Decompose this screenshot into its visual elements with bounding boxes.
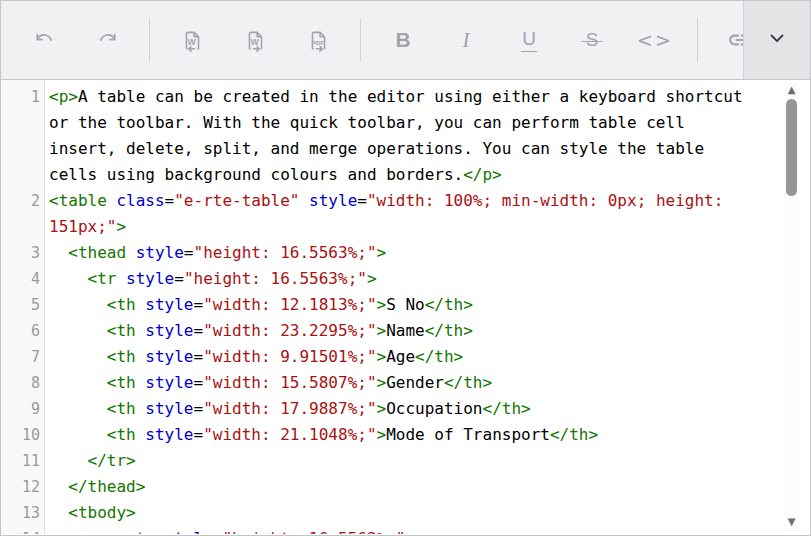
code-token: "height: 16.5563%;"	[194, 243, 377, 262]
code-text[interactable]: <table class="e-rte-table" style="width:…	[49, 188, 757, 240]
import-from-word-button[interactable]: W	[171, 18, 213, 62]
code-line: 10 <th style="width: 21.1048%;">Mode of …	[1, 422, 810, 448]
code-token: <thead	[68, 243, 126, 262]
code-token: =	[213, 529, 223, 534]
italic-icon: I	[463, 28, 470, 53]
word-letter: W	[187, 37, 195, 47]
export-pdf-icon: PDF	[306, 28, 331, 53]
code-token: "height: 16.5563%;"	[184, 269, 367, 288]
code-token: </p>	[463, 165, 502, 184]
vertical-scrollbar[interactable]: ▲ ▼	[784, 83, 799, 529]
code-line: 8 <th style="width: 15.5807%;">Gender</t…	[1, 370, 810, 396]
code-token: <tbody>	[68, 503, 135, 522]
export-to-pdf-button[interactable]: PDF	[297, 18, 339, 62]
code-token: style	[299, 191, 357, 210]
chevron-down-icon	[765, 26, 789, 54]
code-text[interactable]: <th style="width: 9.91501%;">Age</th>	[49, 344, 757, 370]
code-token: >	[377, 399, 387, 418]
code-text[interactable]: <th style="width: 12.1813%;">S No</th>	[49, 292, 757, 318]
underline-icon: U	[521, 28, 537, 52]
code-token	[49, 269, 88, 288]
code-text[interactable]: <th style="width: 23.2295%;">Name</th>	[49, 318, 757, 344]
bold-button[interactable]: B	[382, 18, 424, 62]
code-token: >	[405, 529, 415, 534]
code-token: =	[194, 399, 204, 418]
line-number: 12	[1, 474, 46, 500]
code-text[interactable]: </tr>	[49, 448, 757, 474]
code-token: "width: 15.5807%;"	[203, 373, 376, 392]
code-token	[49, 373, 107, 392]
code-token: "e-rte-table"	[174, 191, 299, 210]
code-line: 7 <th style="width: 9.91501%;">Age</th>	[1, 344, 810, 370]
code-token: Mode of Transport	[386, 425, 550, 444]
code-text[interactable]: <th style="width: 17.9887%;">Occupation<…	[49, 396, 757, 422]
line-number: 13	[1, 500, 46, 526]
code-text[interactable]: <tr style="height: 16.5563%;">	[49, 266, 757, 292]
line-number: 8	[1, 370, 46, 396]
code-text[interactable]: <th style="width: 15.5807%;">Gender</th>	[49, 370, 757, 396]
export-to-word-button[interactable]: W	[234, 18, 276, 62]
code-token: </th>	[425, 295, 473, 314]
redo-button[interactable]	[86, 18, 128, 62]
code-line: 14 <tr style="height: 16.5563%;">	[1, 526, 810, 534]
underline-button[interactable]: U	[508, 18, 550, 62]
code-view-button[interactable]: <>	[634, 18, 676, 62]
code-token: Name	[386, 321, 425, 340]
code-text[interactable]: <th style="width: 21.1048%;">Mode of Tra…	[49, 422, 757, 448]
code-token: style	[136, 399, 194, 418]
code-line: 11 </tr>	[1, 448, 810, 474]
code-token: </th>	[415, 347, 463, 366]
code-text[interactable]: <thead style="height: 16.5563%;">	[49, 240, 757, 266]
code-token: =	[174, 269, 184, 288]
expand-toolbar-button[interactable]	[743, 1, 810, 79]
code-text[interactable]: <tbody>	[49, 500, 757, 526]
scroll-up-button[interactable]: ▲	[784, 83, 799, 97]
line-number: 7	[1, 344, 46, 370]
export-word-icon: W	[243, 28, 268, 53]
code-token: <p>	[49, 87, 78, 106]
code-token: style	[136, 425, 194, 444]
undo-icon	[33, 29, 56, 52]
code-token: Age	[386, 347, 415, 366]
code-text[interactable]: </thead>	[49, 474, 757, 500]
toolbar: W W PD	[1, 1, 810, 80]
code-token: style	[116, 269, 174, 288]
bold-icon: B	[395, 28, 410, 52]
code-token: <th	[107, 347, 136, 366]
code-token: </th>	[444, 373, 492, 392]
code-lines: 1<p>A table can be created in the editor…	[1, 80, 810, 534]
code-token	[49, 503, 68, 522]
code-token: style	[136, 347, 194, 366]
code-view-editor[interactable]: 1<p>A table can be created in the editor…	[1, 80, 810, 534]
pdf-letters: PDF	[311, 38, 324, 45]
scrollbar-thumb[interactable]	[786, 99, 797, 196]
code-token: >	[377, 243, 387, 262]
italic-button[interactable]: I	[445, 18, 487, 62]
code-token: </thead>	[68, 477, 145, 496]
code-token: >	[377, 373, 387, 392]
code-token: =	[194, 373, 204, 392]
code-token: <th	[107, 295, 136, 314]
scroll-down-button[interactable]: ▼	[784, 515, 799, 529]
line-number: 14	[1, 526, 46, 534]
code-token: <table	[49, 191, 107, 210]
code-token: "width: 21.1048%;"	[203, 425, 376, 444]
code-token: style	[136, 295, 194, 314]
undo-button[interactable]	[23, 18, 65, 62]
strikethrough-button[interactable]: S	[571, 18, 613, 62]
line-number: 9	[1, 396, 46, 422]
code-token	[49, 295, 107, 314]
code-line: 4 <tr style="height: 16.5563%;">	[1, 266, 810, 292]
code-text[interactable]: <tr style="height: 16.5563%;">	[49, 526, 757, 534]
code-token: style	[155, 529, 213, 534]
code-token: Gender	[386, 373, 444, 392]
code-token: <th	[107, 399, 136, 418]
code-token: >	[377, 425, 387, 444]
code-token	[49, 425, 107, 444]
code-token: <tr	[126, 529, 155, 534]
code-token: >	[377, 295, 387, 314]
code-token: class	[107, 191, 165, 210]
code-line: 6 <th style="width: 23.2295%;">Name</th>	[1, 318, 810, 344]
code-text[interactable]: <p>A table can be created in the editor …	[49, 84, 757, 188]
code-token: =	[194, 321, 204, 340]
